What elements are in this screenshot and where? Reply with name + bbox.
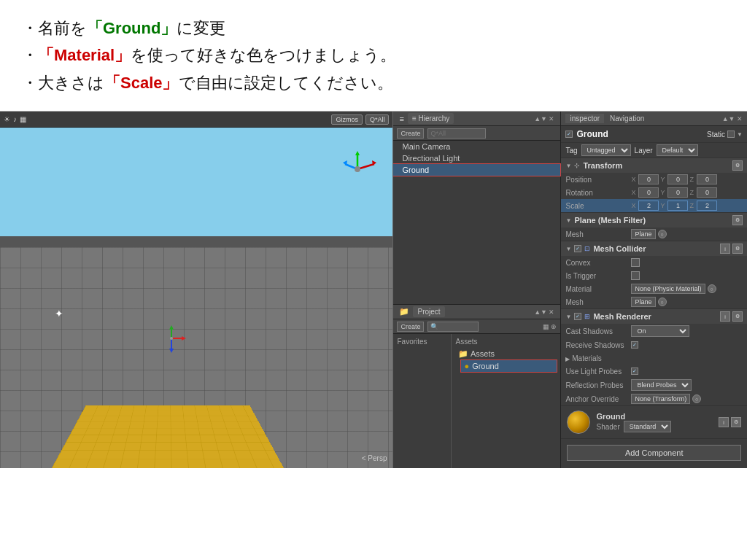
- reflection-probes-select[interactable]: Blend Probes: [631, 379, 692, 391]
- add-component-button[interactable]: Add Component: [567, 445, 741, 461]
- rot-y[interactable]: [667, 187, 688, 198]
- light-probes-check[interactable]: ✓: [631, 368, 638, 375]
- meshfilter-header[interactable]: ▼ Plane (Mesh Filter) ⚙: [561, 213, 747, 228]
- meshfilter-icons: ⚙: [732, 215, 743, 225]
- shader-label: Shader: [596, 423, 619, 431]
- material-info-btn[interactable]: i: [719, 417, 729, 427]
- transform-section: ▼ ⊹ Transform ⚙ Position X Y Z: [561, 158, 747, 213]
- layer-label: Layer: [635, 147, 653, 155]
- project-folder[interactable]: 📁 Assets: [455, 348, 557, 360]
- scale-y[interactable]: [667, 201, 688, 211]
- trigger-check[interactable]: [631, 271, 640, 280]
- renderer-header[interactable]: ▼ ✓ ⊞ Mesh Renderer i ⚙: [561, 309, 747, 324]
- pos-x[interactable]: [638, 174, 659, 184]
- scene-viewport[interactable]: ☀ ♪ ▦ Gizmos Q*All: [0, 112, 393, 468]
- collider-mesh-value: Plane ○: [631, 297, 743, 307]
- scene-toolbar: ☀ ♪ ▦ Gizmos Q*All: [0, 112, 392, 128]
- bird-icon: ✦: [55, 308, 65, 318]
- svg-marker-1: [355, 151, 360, 155]
- renderer-title: Mesh Renderer: [593, 312, 717, 321]
- rot-x[interactable]: [638, 187, 659, 198]
- pos-y[interactable]: [667, 174, 688, 184]
- tab-inspector[interactable]: inspector: [565, 114, 604, 123]
- shader-select[interactable]: Standard: [624, 421, 671, 432]
- hierarchy-item-ground[interactable]: Ground: [393, 164, 560, 176]
- project-item-ground[interactable]: ● Ground: [461, 360, 557, 372]
- layers-icon: ▦: [20, 115, 26, 123]
- hierarchy-icon: ≡: [399, 114, 403, 123]
- mesh-select-btn[interactable]: ○: [658, 230, 667, 238]
- position-label: Position: [565, 176, 631, 184]
- light-probes-row: Use Light Probes ✓: [561, 365, 747, 378]
- mesh-tag: Plane: [631, 229, 655, 239]
- material-preview: Ground Shader Standard i ⚙: [561, 406, 747, 439]
- position-fields: X Y Z: [631, 174, 743, 184]
- material-name: Ground: [596, 412, 713, 421]
- project-icon: 📁: [399, 307, 409, 316]
- ui-area: ☀ ♪ ▦ Gizmos Q*All: [0, 111, 747, 468]
- rotation-label: Rotation: [565, 189, 631, 197]
- static-checkbox[interactable]: [727, 131, 735, 138]
- ground-asset-icon: ●: [464, 362, 469, 370]
- collider-info[interactable]: i: [720, 244, 730, 254]
- svg-point-13: [170, 337, 173, 340]
- material-settings-btn[interactable]: ⚙: [731, 417, 741, 427]
- highlight-scale: 「Scale」: [104, 74, 179, 92]
- gizmos-button[interactable]: Gizmos: [331, 114, 363, 125]
- collider-header[interactable]: ▼ ✓ ⊡ Mesh Collider i ⚙: [561, 241, 747, 256]
- persp-label: < Persp: [362, 454, 387, 462]
- static-dropdown[interactable]: ▼: [737, 131, 743, 138]
- hierarchy-toolbar: Create: [393, 126, 560, 141]
- collider-settings[interactable]: ⚙: [732, 244, 743, 254]
- hierarchy-item-light[interactable]: Directional Light: [393, 152, 560, 164]
- transform-settings[interactable]: ⚙: [732, 160, 743, 171]
- receive-shadows-check[interactable]: ✓: [631, 341, 638, 349]
- meshfilter-settings[interactable]: ⚙: [732, 215, 743, 225]
- project-header: 📁 Project ▲▼ ✕: [393, 305, 560, 319]
- hierarchy-tab[interactable]: ≡ Hierarchy: [408, 113, 454, 124]
- hierarchy-create-btn[interactable]: Create: [397, 128, 424, 139]
- renderer-info[interactable]: i: [720, 311, 730, 322]
- collider-mat-btn[interactable]: ○: [708, 284, 716, 293]
- tab-navigation[interactable]: Navigation: [605, 114, 649, 123]
- renderer-chevron: ▼: [565, 314, 571, 320]
- scale-row: Scale X Y Z: [561, 199, 747, 212]
- rotation-row: Rotation X Y Z: [561, 186, 747, 199]
- object-name[interactable]: Ground: [576, 129, 703, 139]
- material-sphere: [567, 411, 590, 434]
- project-search[interactable]: [427, 322, 479, 332]
- meshfilter-chevron: ▼: [565, 217, 571, 224]
- highlight-ground: 「Ground」: [87, 19, 177, 37]
- project-tab[interactable]: Project: [413, 306, 444, 317]
- active-checkbox[interactable]: ✓: [565, 131, 573, 138]
- receive-shadows-label: Receive Shadows: [565, 341, 631, 349]
- convex-check[interactable]: [631, 258, 640, 267]
- pos-z[interactable]: [697, 174, 717, 184]
- collider-icon: ⊡: [584, 245, 590, 252]
- transform-header[interactable]: ▼ ⊹ Transform ⚙: [561, 158, 747, 173]
- project-create-btn[interactable]: Create: [397, 322, 424, 332]
- hierarchy-item-camera[interactable]: Main Camera: [393, 141, 560, 152]
- hierarchy-project-column: ≡ ≡ Hierarchy ▲▼ ✕ Create Main Camera Di…: [393, 112, 561, 468]
- renderer-settings[interactable]: ⚙: [732, 311, 743, 322]
- scene-inner: ✦ < Persp: [0, 128, 392, 468]
- project-controls: ▲▼ ✕: [534, 308, 554, 316]
- anchor-override-value: None (Transform) ○: [631, 394, 743, 404]
- rot-z[interactable]: [697, 187, 717, 198]
- tag-label: Tag: [565, 147, 577, 155]
- tag-select[interactable]: Untagged: [581, 144, 631, 156]
- gizmo-svg: [338, 149, 378, 190]
- assets-label: Assets: [455, 338, 557, 346]
- collider-mesh-btn[interactable]: ○: [658, 298, 667, 306]
- anchor-btn[interactable]: ○: [692, 394, 701, 403]
- transform-title: Transform: [583, 161, 729, 170]
- scale-x[interactable]: [638, 201, 659, 211]
- qall-button[interactable]: Q*All: [365, 114, 390, 125]
- collider-enable[interactable]: ✓: [574, 245, 581, 252]
- hierarchy-search[interactable]: [427, 128, 486, 139]
- scale-z[interactable]: [697, 201, 717, 211]
- collider-material-row: Material None (Physic Material) ○: [561, 282, 747, 295]
- layer-select[interactable]: Default: [657, 144, 698, 156]
- cast-shadows-select[interactable]: On: [631, 325, 689, 337]
- renderer-enable[interactable]: ✓: [574, 313, 581, 320]
